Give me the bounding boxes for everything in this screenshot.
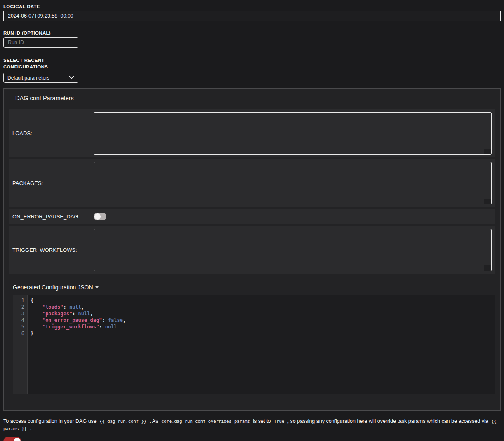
json-code-area[interactable]: { "loads": null, "packages": null, "on_e…: [28, 295, 495, 394]
param-row-trigger-workflows: TRIGGER_WORKFLOWS:: [9, 226, 495, 274]
generated-json-heading[interactable]: Generated Configuration JSON: [13, 284, 99, 291]
trigger-workflows-textarea[interactable]: [94, 229, 492, 271]
dag-conf-parameters-section: DAG conf Parameters LOADS: PACKAGES: ON_…: [3, 88, 501, 411]
resize-grip[interactable]: [484, 265, 491, 271]
collapse-caret-icon: [95, 286, 99, 289]
recent-configurations-select[interactable]: Default parameters: [3, 73, 78, 83]
loads-label: LOADS:: [12, 130, 94, 136]
resize-grip[interactable]: [484, 199, 491, 204]
param-row-packages: PACKAGES:: [9, 159, 495, 207]
on-error-pause-dag-label: ON_ERROR_PAUSE_DAG:: [12, 213, 94, 220]
on-error-pause-dag-toggle[interactable]: [94, 213, 106, 220]
run-id-label: RUN ID (OPTIONAL): [3, 30, 501, 35]
run-id-input[interactable]: [3, 37, 78, 48]
logical-date-input[interactable]: [3, 11, 501, 21]
param-row-loads: LOADS:: [9, 109, 495, 157]
line-number-gutter: 123456: [13, 295, 28, 394]
param-row-on-error-pause-dag: ON_ERROR_PAUSE_DAG:: [9, 209, 495, 224]
packages-textarea[interactable]: [94, 162, 492, 204]
packages-label: PACKAGES:: [12, 180, 94, 186]
logical-date-label: LOGICAL DATE: [3, 4, 501, 9]
trigger-workflows-label: TRIGGER_WORKFLOWS:: [12, 247, 94, 253]
trigger-dag-form: LOGICAL DATE RUN ID (OPTIONAL) SELECT RE…: [3, 4, 501, 441]
dag-conf-title: DAG conf Parameters: [15, 95, 500, 101]
dag-conf-rows: LOADS: PACKAGES: ON_ERROR_PAUSE_DAG:: [9, 109, 495, 274]
resize-grip[interactable]: [484, 149, 491, 154]
unpause-dag-toggle[interactable]: [3, 437, 21, 441]
selected-configuration: Default parameters: [7, 75, 49, 81]
json-editor: 123456 { "loads": null, "packages": null…: [13, 295, 495, 394]
chevron-down-icon: [69, 76, 74, 80]
loads-textarea[interactable]: [94, 112, 492, 155]
toggle-knob: [14, 438, 21, 441]
toggle-knob: [94, 213, 101, 220]
helper-text: To access configuration in your DAG use …: [3, 418, 501, 432]
recent-configurations-label: SELECT RECENT CONFIGURATIONS: [3, 57, 501, 70]
